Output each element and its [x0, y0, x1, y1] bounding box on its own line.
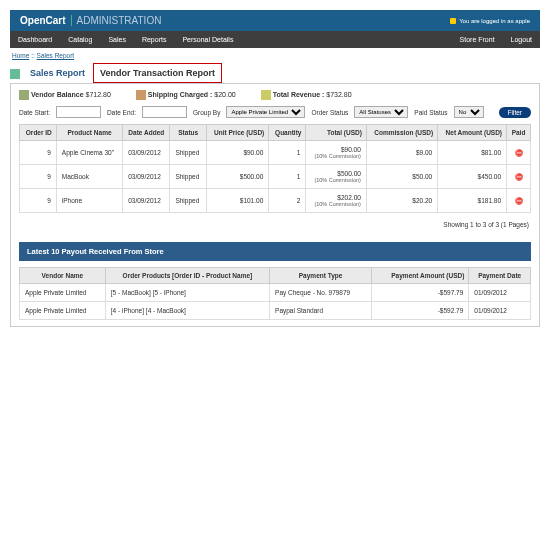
pth-amount: Payment Amount (USD) — [372, 268, 469, 284]
label-date-end: Date End: — [107, 109, 136, 116]
unpaid-icon[interactable]: ⛔ — [515, 197, 523, 204]
tabs: Sales Report Vendor Transaction Report — [10, 63, 540, 83]
pth-products: Order Products [Order ID - Product Name] — [105, 268, 269, 284]
th-commission[interactable]: Commission (USD) — [366, 125, 437, 141]
date-start-input[interactable] — [56, 106, 101, 118]
table-row: 9MacBook03/09/2012Shipped $500.001 $500.… — [20, 165, 531, 189]
th-paid[interactable]: Paid — [507, 125, 531, 141]
unpaid-icon[interactable]: ⛔ — [515, 149, 523, 156]
sales-table: Order ID Product Name Date Added Status … — [19, 124, 531, 213]
date-end-input[interactable] — [142, 106, 187, 118]
breadcrumb: Home :: Sales Report — [10, 48, 540, 63]
label-group-by: Group By — [193, 109, 220, 116]
label-paid-status: Paid Status — [414, 109, 447, 116]
summary-row: Vendor Balance $712.80 Shipping Charged … — [19, 90, 531, 100]
th-quantity[interactable]: Quantity — [269, 125, 306, 141]
order-status-select[interactable]: All Statuses — [354, 106, 408, 118]
lock-icon — [450, 18, 456, 24]
th-total[interactable]: Total (USD) — [306, 125, 366, 141]
th-product-name[interactable]: Product Name — [56, 125, 122, 141]
filter-button[interactable]: Filter — [499, 107, 531, 118]
pth-date: Payment Date — [469, 268, 531, 284]
tab-vendor-transaction[interactable]: Vendor Transaction Report — [93, 63, 222, 83]
th-net-amount[interactable]: Net Amount (USD) — [438, 125, 507, 141]
th-unit-price[interactable]: Unit Price (USD) — [207, 125, 269, 141]
payout-table: Vendor Name Order Products [Order ID - P… — [19, 267, 531, 320]
payout-panel-header: Latest 10 Payout Received From Store — [19, 242, 531, 261]
nav-catalog[interactable]: Catalog — [60, 31, 100, 48]
group-by-select[interactable]: Apple Private Limited — [226, 106, 305, 118]
report-box: Vendor Balance $712.80 Shipping Charged … — [10, 83, 540, 327]
nav-storefront[interactable]: Store Front — [452, 31, 503, 48]
pagination: Showing 1 to 3 of 3 (1 Pages) — [19, 213, 531, 236]
balance-icon — [19, 90, 29, 100]
shipping-icon — [136, 90, 146, 100]
revenue-icon — [261, 90, 271, 100]
tab-sales-report[interactable]: Sales Report — [24, 64, 91, 82]
filters: Date Start: Date End: Group By Apple Pri… — [19, 106, 531, 118]
label-order-status: Order Status — [311, 109, 348, 116]
unpaid-icon[interactable]: ⛔ — [515, 173, 523, 180]
paid-status-select[interactable]: No — [454, 106, 484, 118]
nav-reports[interactable]: Reports — [134, 31, 175, 48]
pth-payment-type: Payment Type — [270, 268, 372, 284]
label-date-start: Date Start: — [19, 109, 50, 116]
bc-home[interactable]: Home — [12, 52, 29, 59]
table-row: Apple Private Limited[5 - MacBook] [5 - … — [20, 284, 531, 302]
table-row: 9Apple Cinema 30"03/09/2012Shipped $90.0… — [20, 141, 531, 165]
th-date-added[interactable]: Date Added — [123, 125, 170, 141]
nav-sales[interactable]: Sales — [100, 31, 134, 48]
nav-dashboard[interactable]: Dashboard — [10, 31, 60, 48]
nav-personal[interactable]: Personal Details — [174, 31, 241, 48]
th-status[interactable]: Status — [170, 125, 207, 141]
login-status: You are logged in as apple — [450, 18, 530, 24]
header-bar: OpenCartADMINISTRATION You are logged in… — [10, 10, 540, 31]
pth-vendor: Vendor Name — [20, 268, 106, 284]
nav-logout[interactable]: Logout — [503, 31, 540, 48]
main-nav: Dashboard Catalog Sales Reports Personal… — [10, 31, 540, 48]
report-icon — [10, 69, 20, 79]
bc-sales-report[interactable]: Sales Report — [37, 52, 75, 59]
brand: OpenCartADMINISTRATION — [20, 15, 161, 26]
th-order-id[interactable]: Order ID — [20, 125, 57, 141]
table-row: Apple Private Limited[4 - iPhone] [4 - M… — [20, 302, 531, 320]
table-row: 9iPhone03/09/2012Shipped $101.002 $202.0… — [20, 189, 531, 213]
